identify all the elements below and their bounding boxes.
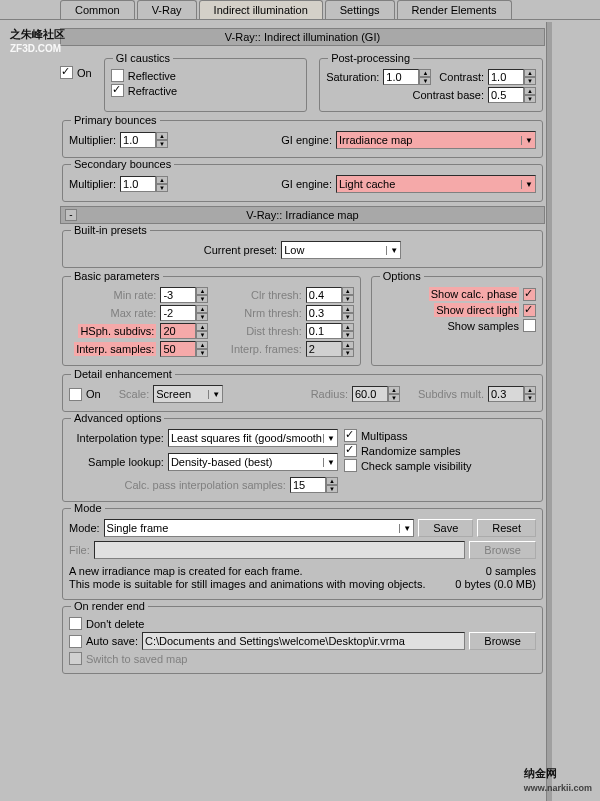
csv-label: Check sample visibility	[361, 460, 472, 472]
switch-saved-checkbox	[69, 652, 82, 665]
reflective-label: Reflective	[128, 70, 176, 82]
reset-button[interactable]: Reset	[477, 519, 536, 537]
dont-delete-checkbox[interactable]	[69, 617, 82, 630]
scale-select: Screen▼	[153, 385, 223, 403]
sec-engine-select[interactable]: Light cache▼	[336, 175, 536, 193]
secondary-legend: Secondary bounces	[71, 158, 174, 170]
prim-mult-label: Multiplier:	[69, 134, 116, 146]
detail-on-checkbox[interactable]	[69, 388, 82, 401]
file-field	[94, 541, 466, 559]
cpis-label: Calc. pass interpolation samples:	[125, 479, 286, 491]
nrm-spinner[interactable]: ▲▼	[306, 305, 354, 321]
mode-stats: 0 samples0 bytes (0.0 MB)	[455, 565, 536, 591]
post-processing-group: Post-processing Saturation:▲▼Contrast:▲▼…	[319, 58, 543, 112]
gi-caustics-group: GI caustics Reflective Refractive	[104, 58, 307, 112]
minrate-spinner[interactable]: ▲▼	[160, 287, 208, 303]
rollout-irr-header[interactable]: -V-Ray:: Irradiance map	[60, 206, 545, 224]
hsph-spinner[interactable]: ▲▼	[160, 323, 208, 339]
advanced-legend: Advanced options	[71, 412, 164, 424]
sec-engine-label: GI engine:	[281, 178, 332, 190]
sec-mult-spinner[interactable]: ▲▼	[120, 176, 168, 192]
saturation-spinner[interactable]: ▲▼	[383, 69, 431, 85]
tab-common[interactable]: Common	[60, 0, 135, 19]
sdm-spinner: ▲▼	[488, 386, 536, 402]
itype-select[interactable]: Least squares fit (good/smooth▼	[168, 429, 338, 447]
save-button[interactable]: Save	[418, 519, 473, 537]
autosave-browse-button[interactable]: Browse	[469, 632, 536, 650]
contrast-base-label: Contrast base:	[412, 89, 484, 101]
dist-spinner[interactable]: ▲▼	[306, 323, 354, 339]
mode-select[interactable]: Single frame▼	[104, 519, 415, 537]
cpis-spinner[interactable]: ▲▼	[290, 477, 338, 493]
tab-render-elements[interactable]: Render Elements	[397, 0, 512, 19]
isamp-label: Interp. samples:	[74, 342, 156, 356]
primary-legend: Primary bounces	[71, 114, 160, 126]
primary-bounces-group: Primary bounces Multiplier:▲▼GI engine:I…	[62, 120, 543, 158]
contrast-spinner[interactable]: ▲▼	[488, 69, 536, 85]
minrate-label: Min rate:	[114, 289, 157, 301]
tab-indirect[interactable]: Indirect illumination	[199, 0, 323, 19]
mode-legend: Mode	[71, 502, 105, 514]
clr-label: Clr thresh:	[251, 289, 302, 301]
rollout-toggle-icon[interactable]: -	[65, 209, 77, 221]
refractive-checkbox[interactable]	[111, 84, 124, 97]
current-preset-label: Current preset:	[204, 244, 277, 256]
show-direct-checkbox[interactable]	[523, 304, 536, 317]
tab-bar: Common V-Ray Indirect illumination Setti…	[0, 0, 600, 20]
mode-group: Mode Mode:Single frame▼SaveReset File:Br…	[62, 508, 543, 600]
detail-group: Detail enhancement OnScale:Screen▼Radius…	[62, 374, 543, 412]
rollout-gi-header[interactable]: V-Ray:: Indirect illumination (GI)	[60, 28, 545, 46]
multipass-checkbox[interactable]	[344, 429, 357, 442]
show-samples-checkbox[interactable]	[523, 319, 536, 332]
gi-caustics-legend: GI caustics	[113, 52, 173, 64]
csv-checkbox[interactable]	[344, 459, 357, 472]
ifrm-spinner: ▲▼	[306, 341, 354, 357]
rollout-irr-title: V-Ray:: Irradiance map	[246, 209, 359, 221]
refractive-label: Refractive	[128, 85, 178, 97]
panel: V-Ray:: Indirect illumination (GI) On GI…	[0, 20, 600, 680]
post-legend: Post-processing	[328, 52, 413, 64]
autosave-field: C:\Documents and Settings\welcome\Deskto…	[142, 632, 465, 650]
hsph-label: HSph. subdivs:	[78, 324, 156, 338]
options-legend: Options	[380, 270, 424, 282]
current-preset-select[interactable]: Low▼	[281, 241, 401, 259]
radius-spinner: ▲▼	[352, 386, 400, 402]
prim-mult-spinner[interactable]: ▲▼	[120, 132, 168, 148]
rollout-gi-title: V-Ray:: Indirect illumination (GI)	[225, 31, 380, 43]
isamp-spinner[interactable]: ▲▼	[160, 341, 208, 357]
tab-settings[interactable]: Settings	[325, 0, 395, 19]
dist-label: Dist thresh:	[246, 325, 302, 337]
autosave-checkbox[interactable]	[69, 635, 82, 648]
browse-button: Browse	[469, 541, 536, 559]
gi-on-label: On	[77, 67, 92, 79]
gi-on-checkbox[interactable]	[60, 66, 73, 79]
clr-spinner[interactable]: ▲▼	[306, 287, 354, 303]
dont-delete-label: Don't delete	[86, 618, 144, 630]
show-samples-label: Show samples	[447, 320, 519, 332]
scale-label: Scale:	[119, 388, 150, 400]
mode-info: A new irradiance map is created for each…	[69, 565, 425, 591]
prim-engine-select[interactable]: Irradiance map▼	[336, 131, 536, 149]
advanced-group: Advanced options Interpolation type:Leas…	[62, 418, 543, 502]
watermark-narkii: 纳金网www.narkii.com	[524, 757, 592, 793]
reflective-checkbox[interactable]	[111, 69, 124, 82]
maxrate-spinner[interactable]: ▲▼	[160, 305, 208, 321]
basic-legend: Basic parameters	[71, 270, 163, 282]
scrollbar[interactable]	[546, 22, 552, 801]
sdm-label: Subdivs mult.	[418, 388, 484, 400]
ore-legend: On render end	[71, 600, 148, 612]
prim-engine-label: GI engine:	[281, 134, 332, 146]
file-label: File:	[69, 544, 90, 556]
randomize-checkbox[interactable]	[344, 444, 357, 457]
presets-legend: Built-in presets	[71, 224, 150, 236]
tab-vray[interactable]: V-Ray	[137, 0, 197, 19]
slook-select[interactable]: Density-based (best)▼	[168, 453, 338, 471]
show-calc-checkbox[interactable]	[523, 288, 536, 301]
mode-label: Mode:	[69, 522, 100, 534]
detail-on-label: On	[86, 388, 101, 400]
sec-mult-label: Multiplier:	[69, 178, 116, 190]
options-group: Options Show calc. phase Show direct lig…	[371, 276, 543, 366]
contrast-base-spinner[interactable]: ▲▼	[488, 87, 536, 103]
ifrm-label: Interp. frames:	[231, 343, 302, 355]
secondary-bounces-group: Secondary bounces Multiplier:▲▼GI engine…	[62, 164, 543, 202]
